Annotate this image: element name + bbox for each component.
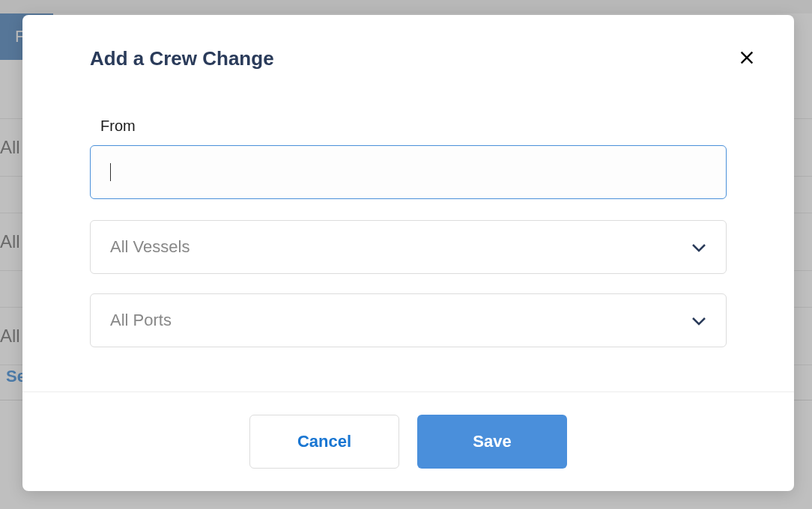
vessel-select-value: All Vessels [110, 237, 190, 257]
chevron-down-icon [691, 237, 706, 257]
modal-header: Add a Crew Change [22, 15, 794, 71]
close-icon [739, 49, 755, 68]
save-button[interactable]: Save [417, 415, 567, 469]
modal-body: From All Vessels All Ports [22, 71, 794, 391]
modal-footer: Cancel Save [22, 391, 794, 491]
vessel-select[interactable]: All Vessels [90, 220, 727, 274]
cancel-button[interactable]: Cancel [249, 415, 399, 469]
crew-change-modal: Add a Crew Change From All Vessels All [22, 15, 794, 491]
from-label: From [100, 118, 727, 135]
chevron-down-icon [691, 311, 706, 330]
text-cursor [110, 163, 111, 181]
modal-title: Add a Crew Change [90, 47, 274, 70]
port-select-value: All Ports [110, 311, 172, 330]
close-button[interactable] [736, 46, 758, 71]
from-input[interactable] [90, 145, 727, 199]
port-select[interactable]: All Ports [90, 293, 727, 347]
